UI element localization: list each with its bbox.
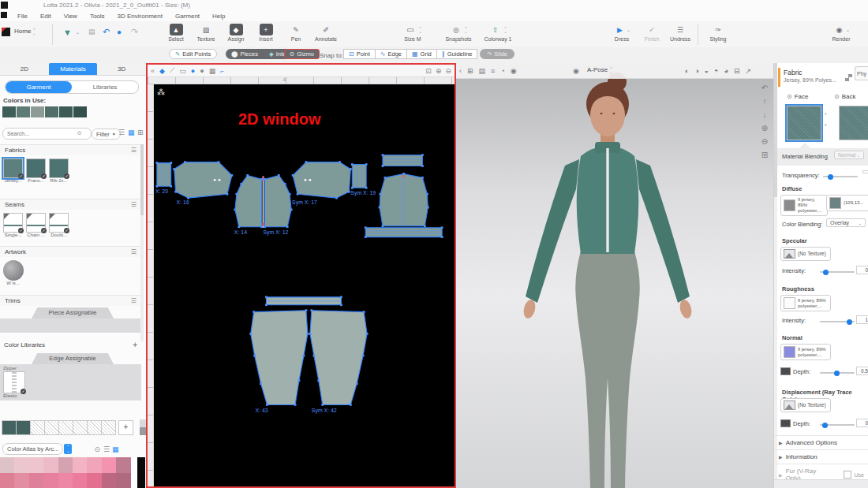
pieces-toggle[interactable]: ⬤Pieces: [226, 49, 264, 59]
atlas-search-icon[interactable]: ⊙: [94, 445, 100, 453]
material-blending-dropdown[interactable]: Normal⌄: [834, 151, 864, 159]
face-toggle[interactable]: ⊙Face: [787, 93, 809, 100]
atlas-list-view-icon[interactable]: ☰: [103, 445, 110, 453]
thumbnail-item[interactable]: ✓Jersey...: [3, 158, 23, 183]
checker-icon[interactable]: [845, 74, 852, 81]
empty-swatch-slot[interactable]: [73, 420, 88, 435]
palette-color[interactable]: [102, 473, 116, 488]
normal-depth-value[interactable]: 0.5: [856, 367, 868, 375]
color-blending-dropdown[interactable]: Overlay⌄: [826, 218, 866, 227]
palette-color[interactable]: [116, 457, 130, 473]
thumbnail[interactable]: ✓: [26, 213, 46, 233]
avatar-accessory-icon[interactable]: ◓: [714, 67, 718, 75]
measure-icon[interactable]: ⟋: [170, 66, 174, 75]
thumbnail-item[interactable]: ✓Rib 2x...: [49, 158, 69, 183]
filter-dropdown[interactable]: Filter▼: [92, 129, 121, 140]
pattern-piece-hemband[interactable]: [365, 228, 442, 237]
information-section[interactable]: ▶ Information: [774, 449, 868, 464]
color-in-use-swatch[interactable]: [73, 106, 87, 117]
grid-view-icon[interactable]: ▦: [128, 129, 135, 136]
palette-color[interactable]: [29, 473, 43, 488]
snap-point-button[interactable]: ⊡Point: [343, 49, 376, 59]
thumbnail-item[interactable]: ✓Franc...: [26, 158, 46, 183]
transparency-slider[interactable]: [823, 176, 858, 177]
left-panel-scrollbar[interactable]: [140, 144, 144, 341]
assign-tool-button[interactable]: ◆Assign: [222, 24, 250, 42]
advanced-options-section[interactable]: ▶ Advanced Options: [774, 435, 868, 449]
diffuse-color-button[interactable]: (109,13...: [826, 195, 868, 211]
seams-menu-icon[interactable]: ☰: [131, 201, 137, 208]
3d-window[interactable]: ‹⊞▤≡◔◉ ◉ A-Pose ◐◑◒◓◕⊟↗ ↶↑↓⊕⊖⊞: [456, 63, 773, 488]
avatar[interactable]: [456, 63, 773, 488]
thumbnail[interactable]: ✓: [3, 158, 23, 178]
monitor-icon[interactable]: ▭: [179, 67, 186, 75]
texture-tool-button[interactable]: ▨Texture: [192, 24, 220, 42]
sphere-view-icon[interactable]: ●: [191, 67, 195, 75]
dress-chevron-icon[interactable]: ⌄: [627, 27, 630, 32]
roughness-intensity-value[interactable]: 1: [856, 315, 868, 324]
thumbnail-item[interactable]: ✓Doubl...: [49, 213, 69, 237]
subtab-libraries[interactable]: Libraries: [72, 81, 138, 93]
avatar-shoes-icon[interactable]: ◒: [705, 67, 709, 75]
colorway-swatch[interactable]: [2, 420, 17, 435]
open-folder-icon[interactable]: ▼: [63, 28, 72, 37]
list-view-icon[interactable]: ☰: [118, 129, 125, 136]
tab-2d[interactable]: 2D: [0, 63, 49, 76]
thumbnail[interactable]: ✓: [49, 213, 69, 233]
artwork-item[interactable]: W is...: [3, 260, 24, 285]
zoom-fit-icon[interactable]: ⊡: [425, 67, 432, 75]
pattern-piece-cuff-left[interactable]: [157, 163, 171, 187]
save-icon[interactable]: ▤: [88, 28, 95, 35]
snap-grid-button[interactable]: ▦Grid: [406, 49, 437, 59]
undo-icon[interactable]: ↶: [103, 27, 110, 37]
empty-swatch-slot[interactable]: [101, 420, 116, 435]
displacement-depth-value[interactable]: 0: [856, 419, 868, 427]
palette-color[interactable]: [0, 457, 14, 473]
palette-color[interactable]: [29, 457, 43, 473]
snapshots-stepper[interactable]: [464, 27, 467, 33]
seams-header[interactable]: Seams☰: [0, 199, 141, 210]
palette-color[interactable]: [43, 473, 58, 488]
face-eye-icon[interactable]: ⊙: [787, 93, 792, 100]
select-tool-button[interactable]: ▲Select: [162, 24, 190, 42]
add-library-button[interactable]: +: [133, 341, 137, 349]
home-stepper[interactable]: [32, 28, 36, 35]
prev-face-icon[interactable]: ‹: [825, 121, 827, 129]
avatar-tape-icon[interactable]: ◕: [724, 67, 728, 75]
styling-button[interactable]: ✑ Styling: [704, 24, 732, 42]
palette-color[interactable]: [58, 457, 73, 473]
displacement-texture-button[interactable]: (No Texture): [780, 398, 831, 412]
palette-color[interactable]: [43, 457, 58, 473]
palette-color[interactable]: [87, 473, 101, 488]
collapse-icon[interactable]: «: [151, 67, 155, 75]
pattern-piece-leg-left[interactable]: [251, 311, 308, 405]
piece-assignable-tab[interactable]: Piece Assignable: [32, 307, 114, 319]
add-swatch-button[interactable]: +: [118, 420, 133, 435]
redo-icon[interactable]: ↷: [131, 27, 138, 37]
pen-tool-button[interactable]: ✎Pen: [282, 24, 310, 42]
pattern-piece-front-right[interactable]: [264, 175, 291, 226]
slide-button[interactable]: ↷ Slide: [480, 49, 514, 59]
panel-toggle-icon[interactable]: ⊟: [734, 67, 740, 75]
rotate-view-icon[interactable]: ↶: [761, 84, 768, 92]
palette-color[interactable]: [87, 457, 101, 473]
2d-pattern-canvas[interactable]: X: 20 X: 16 X: 14 Sym X: 12 Sym X: 17 Sy…: [148, 84, 455, 486]
palette-color[interactable]: [116, 473, 130, 488]
colorway-stepper[interactable]: [503, 27, 507, 33]
subtab-garment[interactable]: Garment: [6, 81, 72, 93]
snapshot-camera-icon[interactable]: ◉: [573, 67, 579, 75]
pose-selector[interactable]: A-Pose: [587, 66, 612, 73]
color-in-use-swatch[interactable]: [59, 106, 73, 117]
annotate-tool-button[interactable]: ✐Annotate: [312, 24, 340, 42]
pattern-piece-neckband[interactable]: [383, 155, 422, 166]
color-atlas-dropdown[interactable]: Color Atlas by Arc...: [2, 443, 63, 455]
dress-button[interactable]: ▶⌄ Dress: [608, 24, 636, 42]
render-chevron-icon[interactable]: ⌄: [846, 27, 850, 32]
normal-texture-button[interactable]: fl jersey, 89% polyester,...: [780, 344, 831, 360]
empty-swatch-slot[interactable]: [58, 420, 73, 435]
gizmo-button[interactable]: ⊙ Gizmo: [284, 49, 320, 59]
thumbnail[interactable]: ✓: [49, 158, 69, 178]
grid-floor-icon[interactable]: ⊞: [467, 67, 473, 75]
color-in-use-swatch[interactable]: [2, 106, 16, 117]
empty-swatch-slot[interactable]: [87, 420, 102, 435]
